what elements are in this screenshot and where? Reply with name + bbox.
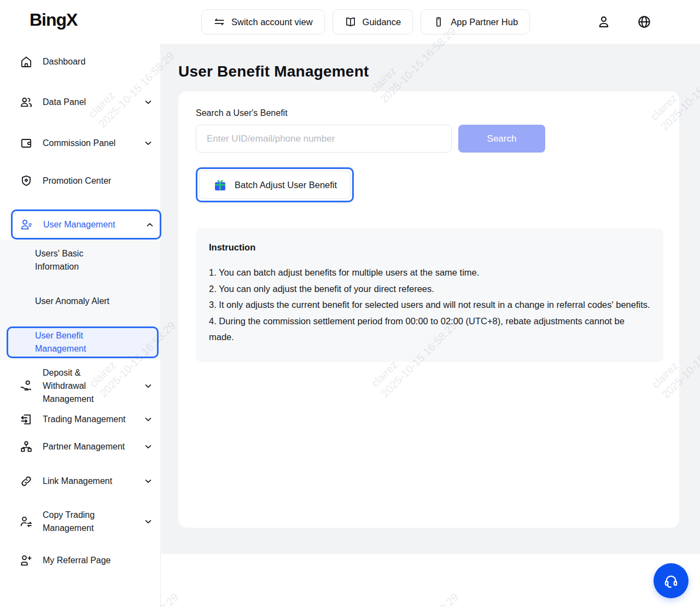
account-button[interactable] <box>595 13 612 31</box>
chevron-down-icon <box>145 479 151 483</box>
org-chart-icon <box>19 440 34 454</box>
trade-document-icon <box>19 412 34 427</box>
home-icon <box>19 55 34 69</box>
user-plus-icon <box>19 553 34 568</box>
sidebar-item-link-management[interactable]: Link Management <box>0 474 160 489</box>
instruction-item: 4. During the commission settlement peri… <box>209 313 650 346</box>
chevron-down-icon <box>145 384 151 388</box>
sidebar-item-label: Dashboard <box>43 55 126 68</box>
switch-arrows-icon <box>213 16 225 28</box>
link-icon <box>19 474 34 488</box>
sidebar-item-promotion-center[interactable]: Promotion Center <box>0 172 160 190</box>
sidebar-item-label: My Referral Page <box>43 554 126 567</box>
sidebar-bottom-divider <box>160 554 161 607</box>
app-partner-hub-label: App Partner Hub <box>451 17 518 27</box>
sidebar-item-dashboard[interactable]: Dashboard <box>0 52 160 71</box>
sidebar: Dashboard Data Panel Commission Panel <box>0 44 160 607</box>
instruction-item: 3. It only adjusts the current benefit f… <box>209 297 650 313</box>
globe-icon <box>637 14 652 30</box>
sidebar-item-label: Link Management <box>43 475 126 488</box>
sidebar-item-label: Copy Trading Management <box>43 509 126 535</box>
instruction-box: Instruction 1. You can batch adjust bene… <box>196 228 663 362</box>
page-title: User Benefit Management <box>178 63 700 80</box>
chevron-down-icon <box>145 141 151 145</box>
sidebar-item-deposit-withdrawal-management[interactable]: Deposit & Withdrawal Management <box>0 366 160 406</box>
search-row: Search <box>196 125 662 153</box>
search-button[interactable]: Search <box>458 125 545 153</box>
sidebar-item-label: Users' Basic Information <box>35 247 117 273</box>
wallet-icon <box>19 136 34 150</box>
sidebar-item-copy-trading-management[interactable]: Copy Trading Management <box>0 509 160 535</box>
search-benefit-label: Search a User's Benefit <box>196 108 662 118</box>
sidebar-item-label: User Benefit Management <box>35 329 122 355</box>
sidebar-item-label: Partner Management <box>43 440 126 453</box>
sidebar-item-label: Commission Panel <box>43 137 126 150</box>
main-content: User Benefit Management Search a User's … <box>160 44 700 554</box>
sidebar-item-user-management[interactable]: User Management <box>11 209 161 240</box>
sidebar-item-label: Data Panel <box>43 96 126 109</box>
instruction-item: 2. You can only adjust the benefit of yo… <box>209 281 650 297</box>
guidance-label: Guidance <box>363 17 401 27</box>
switch-account-view-button[interactable]: Switch account view <box>201 9 325 34</box>
copy-trading-icon <box>19 515 34 529</box>
customer-support-button[interactable] <box>654 563 689 598</box>
sidebar-item-my-referral-page[interactable]: My Referral Page <box>0 552 160 569</box>
mobile-phone-icon <box>433 16 445 28</box>
batch-adjust-user-benefit-button[interactable]: Batch Adjust User Benefit <box>199 171 351 199</box>
person-icon <box>596 14 611 30</box>
shield-badge-icon <box>19 174 34 188</box>
sidebar-item-trading-management[interactable]: Trading Management <box>0 412 160 427</box>
bingx-logo: BingX <box>30 10 77 30</box>
language-button[interactable] <box>635 13 653 31</box>
chevron-down-icon <box>145 100 151 104</box>
user-list-icon <box>19 218 34 232</box>
sidebar-item-label: Trading Management <box>43 413 126 426</box>
user-management-submenu: Users' Basic Information User Anomaly Al… <box>0 240 160 360</box>
instruction-title: Instruction <box>209 242 650 253</box>
sidebar-item-label: User Anomaly Alert <box>35 296 109 306</box>
sidebar-item-label: Promotion Center <box>43 174 126 188</box>
sidebar-item-commission-panel[interactable]: Commission Panel <box>0 134 160 153</box>
top-header: BingX Switch account view Guidance <box>0 0 700 44</box>
book-icon <box>345 16 357 28</box>
sidebar-item-user-benefit-management[interactable]: User Benefit Management <box>7 326 159 358</box>
chevron-down-icon <box>145 520 151 524</box>
chevron-up-icon <box>147 223 153 227</box>
gift-icon <box>213 178 228 192</box>
app-partner-hub-button[interactable]: App Partner Hub <box>421 9 530 34</box>
sidebar-item-label: User Management <box>43 218 131 231</box>
sidebar-item-user-anomaly-alert[interactable]: User Anomaly Alert <box>0 295 160 308</box>
chevron-down-icon <box>145 445 151 449</box>
sidebar-item-data-panel[interactable]: Data Panel <box>0 93 160 112</box>
switch-account-view-label: Switch account view <box>231 17 313 27</box>
users-icon <box>19 95 34 109</box>
benefit-card: Search a User's Benefit Search Batch Adj… <box>178 91 679 528</box>
guidance-button[interactable]: Guidance <box>332 9 413 34</box>
chevron-down-icon <box>145 417 151 422</box>
hand-coin-icon <box>19 379 34 393</box>
instruction-item: 1. You can batch adjust benefits for mul… <box>209 265 650 281</box>
header-button-group: Switch account view Guidance App Partner… <box>201 9 530 34</box>
uid-search-input[interactable] <box>196 125 452 153</box>
instruction-list: 1. You can batch adjust benefits for mul… <box>209 265 650 346</box>
batch-adjust-label: Batch Adjust User Benefit <box>235 180 337 190</box>
headset-icon <box>663 573 679 589</box>
sidebar-item-label: Deposit & Withdrawal Management <box>43 366 126 406</box>
sidebar-item-partner-management[interactable]: Partner Management <box>0 440 160 454</box>
sidebar-item-users-basic-information[interactable]: Users' Basic Information <box>0 246 160 273</box>
batch-adjust-highlight-box: Batch Adjust User Benefit <box>196 167 354 202</box>
